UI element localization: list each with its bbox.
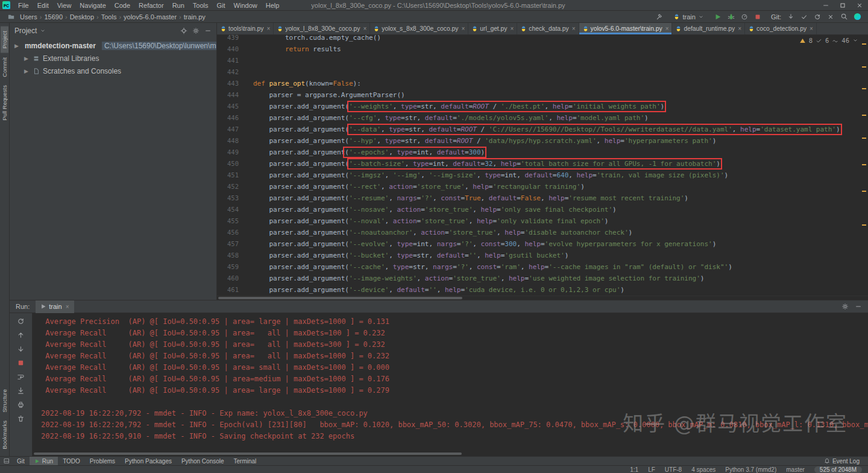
run-tab-train[interactable]: train × [36,300,74,313]
build-hammer-icon[interactable] [653,11,665,22]
inspections-widget[interactable]: 8 6 46 [799,37,858,44]
chevron-down-icon[interactable] [40,28,46,34]
tool-window-button-python-console[interactable]: Python Console [177,457,229,465]
event-log-button[interactable]: Event Log [819,457,864,465]
code-editor[interactable]: 439 torch.cuda.empty_cache()440 return r… [217,35,868,296]
error-stripe-mark[interactable] [862,138,866,139]
tool-window-button-todo[interactable]: TODO [58,457,85,465]
sidebar-item-pull-requests[interactable]: Pull Requests [1,81,8,125]
error-stripe-mark[interactable] [862,66,866,68]
breadcrumb-item[interactable]: 15690 [42,13,64,21]
git-commit-icon[interactable] [798,11,810,22]
breadcrumb-item[interactable]: Users [18,13,39,21]
tool-window-button-problems[interactable]: Problems [85,457,120,465]
print-icon[interactable] [16,399,26,409]
editor-tab-yolox-s-8x8-300e-coco-py[interactable]: yolox_s_8x8_300e_coco.py× [370,23,468,34]
error-stripe-mark[interactable] [862,191,866,192]
menu-view[interactable]: View [53,2,76,9]
tool-window-button-run[interactable]: Run [30,457,58,465]
console-horizontal-scrollbar[interactable] [34,452,462,455]
tree-item-project-root[interactable]: ▶ mmdetection-master C:\Users\15690\Desk… [10,39,216,52]
chevron-right-icon[interactable]: ▶ [24,56,30,62]
error-stripe-mark[interactable] [862,43,866,45]
editor-tab-yolov5-6-0-master-train-py[interactable]: yolov5-6.0-master\train.py× [579,23,673,34]
git-update-icon[interactable] [785,11,797,22]
chevron-right-icon[interactable]: ▶ [14,43,19,49]
error-stripe-mark[interactable] [862,164,866,165]
breadcrumb-item[interactable]: train.py [182,13,207,21]
console-output[interactable]: Average Precision (AP) @[ IoU=0.50:0.95 … [33,313,868,456]
tab-close-icon[interactable]: × [66,303,69,310]
status-item-4-spaces[interactable]: 4 spaces [691,466,715,473]
sidebar-item-commit[interactable]: Commit [1,53,8,81]
project-panel-title[interactable]: Project [14,27,37,35]
arrow-up-icon[interactable] [16,330,26,340]
git-rollback-icon[interactable] [825,11,837,22]
sidebar-item-bookmarks[interactable]: Bookmarks [1,416,8,454]
status-item-master[interactable]: master [786,466,805,473]
soft-wrap-icon[interactable] [16,372,26,381]
rerun-icon[interactable] [16,316,26,326]
sidebar-item-project[interactable]: Project [1,27,8,53]
menu-edit[interactable]: Edit [33,2,53,9]
status-item-utf-8[interactable]: UTF-8 [665,466,682,473]
status-item-1-1[interactable]: 1:1 [630,466,638,473]
editor-tab-tools-train-py[interactable]: tools\train.py× [217,23,274,34]
chevron-right-icon[interactable]: ▶ [24,68,30,74]
maximize-icon[interactable] [834,0,851,10]
menu-tools[interactable]: Tools [189,2,213,9]
tool-window-button-terminal[interactable]: Terminal [229,457,262,465]
breadcrumb-item[interactable]: yolov5-6.0-master [122,13,178,21]
tool-window-button-git[interactable]: Git [12,457,30,465]
status-item-lf[interactable]: LF [648,466,655,473]
tool-window-button-python-packages[interactable]: Python Packages [120,457,177,465]
stop-button[interactable] [752,11,764,22]
editor-tab-default-runtime-py[interactable]: default_runtime.py× [672,23,745,34]
menu-window[interactable]: Window [230,2,262,9]
scrollbar-thumb[interactable] [218,297,462,299]
run-configuration-select[interactable]: train [669,13,708,21]
arrow-down-icon[interactable] [16,344,26,354]
tab-close-icon[interactable]: × [738,25,741,32]
menu-run[interactable]: Run [168,2,189,9]
hide-panel-icon[interactable] [204,27,212,34]
sidebar-item-structure[interactable]: Structure [1,385,8,417]
menu-navigate[interactable]: Navigate [75,2,110,9]
git-refresh-icon[interactable] [811,11,823,22]
stop-icon[interactable] [16,358,26,367]
editor-tab-url-get-py[interactable]: url_get.py× [468,23,517,34]
menu-help[interactable]: Help [262,2,284,9]
profiler-button[interactable] [738,11,750,22]
tab-close-icon[interactable]: × [266,25,270,32]
run-button[interactable] [712,11,724,22]
status-item-python-3-7-mmd2-[interactable]: Python 3.7 (mmd2) [725,466,776,473]
user-avatar[interactable] [851,11,863,22]
error-stripe-mark[interactable] [862,224,866,226]
breadcrumb-item[interactable]: Desktop [68,13,96,21]
gear-icon[interactable] [192,27,200,34]
close-icon[interactable] [851,0,868,10]
tree-item-scratches[interactable]: ▶ Scratches and Consoles [10,65,216,77]
editor-tab-check-data-py[interactable]: check_data.py× [517,23,579,34]
minimize-icon[interactable] [817,0,834,10]
scroll-to-end-icon[interactable] [16,386,26,395]
tab-close-icon[interactable]: × [572,25,576,32]
clear-console-icon[interactable] [16,413,26,423]
search-everywhere-icon[interactable] [838,11,850,22]
debug-button[interactable] [725,11,737,22]
tab-close-icon[interactable]: × [363,25,366,32]
editor-tab-coco-detection-py[interactable]: coco_detection.py× [745,23,817,34]
menu-file[interactable]: File [14,2,33,9]
status-item-memory-indicator[interactable]: 525 of 2048M [814,466,862,473]
menu-refactor[interactable]: Refactor [134,2,168,9]
gear-icon[interactable] [841,303,849,310]
hide-panel-icon[interactable] [855,303,862,310]
tree-item-external-libraries[interactable]: ▶ External Libraries [10,52,216,65]
tab-close-icon[interactable]: × [461,25,465,32]
error-stripe-mark[interactable] [862,88,866,89]
tab-close-icon[interactable]: × [810,25,813,32]
menu-git[interactable]: Git [213,2,230,9]
tab-close-icon[interactable]: × [665,25,669,32]
breadcrumb-item[interactable]: Tools [99,13,119,21]
locate-file-icon[interactable] [180,27,187,34]
